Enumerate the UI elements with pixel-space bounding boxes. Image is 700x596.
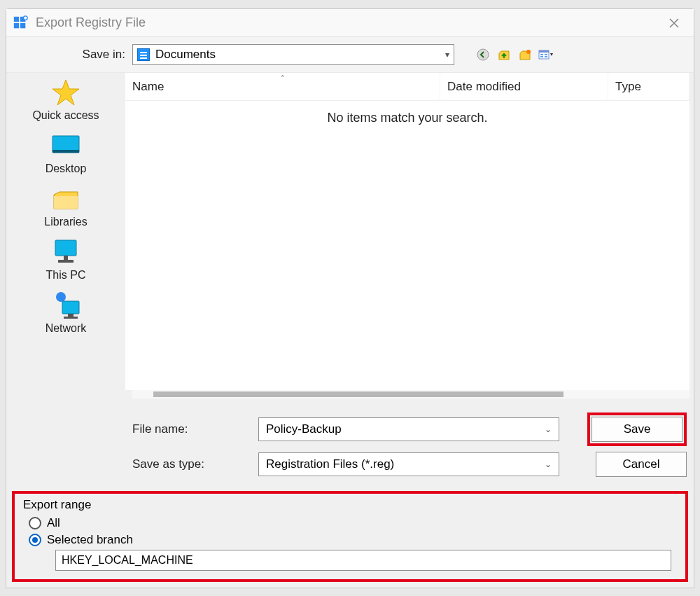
save-button-highlight: Save [587,413,687,446]
svg-rect-0 [14,16,19,21]
empty-list-message: No items match your search. [125,101,690,135]
column-name-label: Name [132,80,164,94]
save-in-combo[interactable]: Documents ▾ [132,44,454,65]
svg-rect-12 [545,56,547,57]
place-label: Libraries [44,216,87,228]
chevron-down-icon[interactable]: ⌄ [545,459,552,469]
place-desktop[interactable]: Desktop [13,129,118,178]
new-folder-icon [519,48,531,61]
svg-rect-8 [539,50,549,53]
column-name[interactable]: Name ˄ [125,73,440,100]
file-name-row: File name: Policy-Backup ⌄ Save [132,413,687,446]
place-label: Desktop [46,162,87,175]
close-button[interactable] [660,9,688,37]
svg-rect-9 [540,54,543,55]
chevron-down-icon[interactable]: ⌄ [545,424,552,434]
selected-branch-value: HKEY_LOCAL_MACHINE [62,554,193,567]
place-network[interactable]: Network [13,289,118,338]
save-button-label: Save [624,422,651,436]
back-icon [477,48,489,61]
cancel-button[interactable]: Cancel [596,452,687,477]
save-as-type-field[interactable]: Registration Files (*.reg) ⌄ [258,452,559,476]
views-button[interactable] [538,47,554,62]
radio-checked-icon [29,534,41,546]
new-folder-button[interactable] [517,47,533,62]
svg-rect-11 [540,56,543,57]
radio-selected-label: Selected branch [47,533,133,547]
svg-rect-14 [52,150,79,153]
svg-rect-18 [58,260,74,263]
star-icon [49,78,83,106]
form-rows: File name: Policy-Backup ⌄ Save [125,404,694,490]
svg-rect-21 [68,314,74,317]
export-range-group: Export range All Selected branch HKEY_LO… [12,491,688,582]
radio-unchecked-icon [29,517,41,529]
svg-rect-15 [54,196,78,209]
chevron-down-icon: ▾ [445,50,449,60]
desktop-icon [49,132,83,160]
places-bar: Quick access Desktop Lib [6,73,125,490]
views-icon [538,48,554,61]
column-type[interactable]: Type [608,73,690,100]
column-type-label: Type [615,80,641,94]
export-range-all-radio[interactable]: All [29,516,678,530]
place-libraries[interactable]: Libraries [13,182,118,231]
export-range-selected-radio[interactable]: Selected branch [29,533,678,547]
file-name-value: Policy-Backup [266,422,342,436]
svg-rect-16 [55,240,76,256]
save-in-label: Save in: [41,48,125,62]
place-label: This PC [46,269,86,282]
column-headers: Name ˄ Date modified Type [125,73,690,101]
svg-rect-3 [20,23,25,28]
radio-all-label: All [47,516,60,530]
file-name-field[interactable]: Policy-Backup ⌄ [258,417,559,441]
sort-ascending-icon: ˄ [281,74,285,83]
nav-toolbar [475,47,554,62]
this-pc-icon [49,238,83,266]
save-in-value: Documents [155,48,445,62]
scrollbar-thumb[interactable] [153,391,564,397]
libraries-icon [49,185,83,213]
place-label: Network [46,322,87,335]
svg-point-5 [477,49,489,60]
save-in-row: Save in: Documents ▾ [6,37,694,73]
svg-rect-22 [64,317,78,319]
svg-rect-20 [62,301,79,314]
column-date-label: Date modified [447,80,521,94]
dialog-body: Quick access Desktop Lib [6,73,694,490]
file-list[interactable]: Name ˄ Date modified Type No items match… [125,73,690,390]
place-quick-access[interactable]: Quick access [13,76,118,125]
svg-point-19 [56,292,66,302]
file-area: Name ˄ Date modified Type No items match… [125,73,694,490]
horizontal-scrollbar[interactable] [132,390,690,399]
go-up-icon [498,48,510,61]
export-registry-dialog: Export Registry File Save in: Documents … [6,8,694,588]
svg-point-6 [526,50,531,54]
save-as-type-value: Registration Files (*.reg) [266,457,394,471]
documents-icon [137,48,150,61]
network-icon [49,291,83,319]
save-as-type-row: Save as type: Registration Files (*.reg)… [132,452,687,477]
svg-rect-10 [545,54,547,55]
export-range-legend: Export range [23,498,678,512]
selected-branch-field[interactable]: HKEY_LOCAL_MACHINE [55,550,671,571]
svg-rect-17 [64,256,68,260]
svg-point-4 [24,15,28,20]
up-one-level-button[interactable] [496,47,512,62]
save-as-type-label: Save as type: [132,457,244,471]
close-icon [669,18,679,28]
back-button[interactable] [475,47,491,62]
regedit-icon [12,15,29,32]
file-name-label: File name: [132,422,244,436]
save-button[interactable]: Save [592,417,682,442]
svg-rect-2 [14,23,19,28]
place-label: Quick access [32,109,99,122]
place-this-pc[interactable]: This PC [13,235,118,284]
cancel-button-label: Cancel [623,457,660,471]
dialog-title: Export Registry File [36,15,660,30]
titlebar: Export Registry File [6,9,694,37]
column-date-modified[interactable]: Date modified [440,73,608,100]
